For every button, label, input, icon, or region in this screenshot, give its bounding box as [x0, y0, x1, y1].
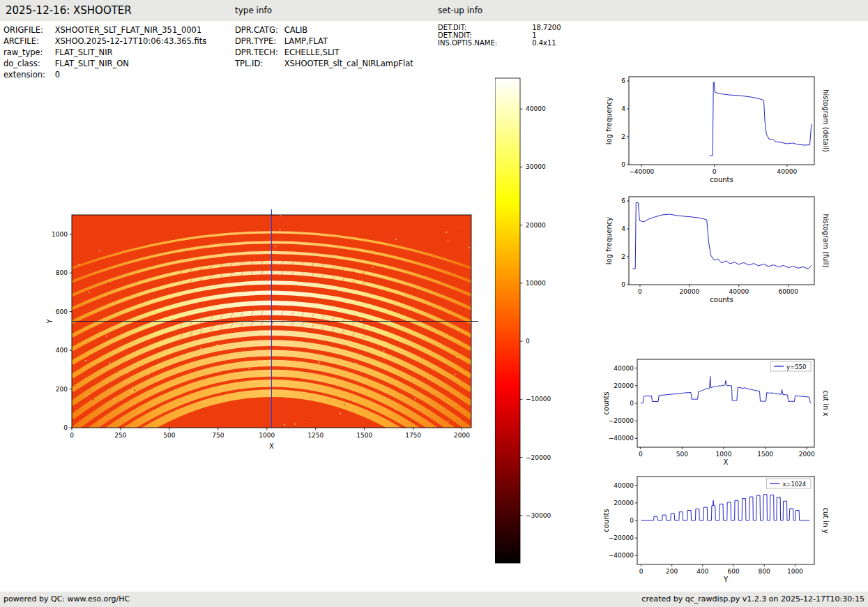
meta-value: 0.4x11 — [532, 39, 556, 47]
svg-text:counts: counts — [710, 296, 733, 304]
meta-row: TPL.ID: XSHOOTER_slt_cal_NIRLampFlat — [235, 59, 413, 70]
svg-text:−20000: −20000 — [526, 454, 551, 461]
cut-in-x-chart: 0500100015002000−40000−2000002000040000X… — [601, 352, 832, 477]
svg-text:40000: 40000 — [526, 105, 546, 112]
svg-text:log frequency: log frequency — [605, 217, 613, 265]
meta-label: TPL.ID: — [235, 59, 282, 68]
footer-right: created by qc_rawdisp.py v1.2.3 on 2025-… — [641, 592, 865, 607]
histogram-detail-chart: −400000400000246countslog frequencyhisto… — [601, 70, 832, 194]
setup-info-block: DET.DIT: 18.7200 DET.NDIT: 1 INS.OPTI5.N… — [438, 24, 561, 47]
meta-value: 18.7200 — [532, 24, 561, 31]
meta-label: DPR.CATG: — [235, 25, 282, 35]
svg-text:800: 800 — [759, 568, 770, 575]
svg-text:20000: 20000 — [680, 288, 700, 295]
footer-bar: powered by QC: www.eso.org/HC created by… — [0, 592, 868, 607]
svg-text:40000: 40000 — [614, 482, 634, 489]
svg-text:4: 4 — [621, 225, 625, 232]
meta-label: INS.OPTI5.NAME: — [438, 39, 530, 47]
svg-text:Y: Y — [46, 319, 54, 324]
meta-row: extension: 0 — [3, 70, 206, 81]
svg-text:2000: 2000 — [799, 451, 815, 458]
svg-text:4: 4 — [621, 105, 625, 112]
svg-text:0: 0 — [621, 281, 625, 288]
meta-label: raw_type: — [3, 47, 52, 57]
meta-row: DPR.TECH: ECHELLE,SLIT — [235, 47, 413, 59]
svg-text:−10000: −10000 — [526, 396, 551, 403]
meta-label: ARCFILE: — [3, 36, 52, 46]
svg-text:−40000: −40000 — [609, 552, 634, 559]
svg-text:1000: 1000 — [787, 568, 803, 575]
meta-label: extension: — [3, 70, 52, 80]
svg-text:800: 800 — [56, 269, 68, 276]
histogram-full-chart: 02000040000600000246countslog frequencyh… — [601, 190, 832, 314]
svg-text:20000: 20000 — [614, 500, 634, 507]
svg-text:600: 600 — [56, 308, 68, 315]
qc-report-page: 2025-12-16: XSHOOTER type info set-up in… — [0, 0, 868, 607]
svg-text:0: 0 — [638, 288, 642, 295]
meta-value: 0 — [55, 70, 60, 80]
svg-text:Y: Y — [723, 576, 729, 583]
svg-text:1500: 1500 — [356, 432, 372, 439]
svg-text:1500: 1500 — [757, 451, 773, 458]
cut-in-y-chart: 02004006008001000−40000−2000002000040000… — [601, 470, 832, 592]
svg-text:−20000: −20000 — [609, 534, 634, 541]
file-info-block: ORIGFILE: XSHOOTER_SLT_FLAT_NIR_351_0001… — [3, 25, 206, 81]
svg-text:200: 200 — [56, 386, 68, 393]
meta-row: DPR.CATG: CALIB — [235, 25, 413, 36]
svg-text:40000: 40000 — [614, 365, 634, 372]
svg-text:6: 6 — [621, 77, 625, 84]
meta-row: DPR.TYPE: LAMP,FLAT — [235, 36, 413, 47]
svg-text:counts: counts — [602, 509, 610, 532]
meta-value: XSHOO.2025-12-17T10:06:43.365.fits — [55, 36, 207, 46]
svg-text:1000: 1000 — [716, 451, 732, 458]
svg-text:750: 750 — [212, 432, 224, 439]
svg-text:20000: 20000 — [526, 222, 546, 229]
svg-text:6: 6 — [621, 197, 625, 204]
svg-text:60000: 60000 — [778, 288, 798, 295]
meta-label: DPR.TECH: — [235, 47, 282, 57]
svg-text:−20000: −20000 — [609, 417, 634, 424]
svg-text:log frequency: log frequency — [605, 97, 613, 145]
svg-text:10000: 10000 — [526, 280, 546, 287]
meta-row: DET.DIT: 18.7200 — [438, 24, 561, 31]
svg-text:X: X — [269, 442, 274, 450]
svg-text:0: 0 — [639, 451, 643, 458]
meta-label: DET.DIT: — [438, 24, 530, 31]
svg-text:0: 0 — [713, 168, 717, 175]
meta-value: 1 — [532, 31, 536, 39]
meta-value: XSHOOTER_SLT_FLAT_NIR_351_0001 — [55, 25, 202, 35]
meta-label: DET.NDIT: — [438, 31, 530, 39]
type-info-heading: type info — [235, 0, 272, 21]
svg-text:−30000: −30000 — [526, 512, 551, 519]
svg-text:2: 2 — [621, 253, 625, 260]
svg-text:1000: 1000 — [259, 432, 275, 439]
svg-text:counts: counts — [710, 176, 733, 183]
svg-text:500: 500 — [676, 451, 688, 458]
svg-text:1750: 1750 — [405, 432, 421, 439]
page-title: 2025-12-16: XSHOOTER — [6, 0, 132, 21]
svg-text:400: 400 — [696, 568, 708, 575]
svg-text:cut in x: cut in x — [822, 390, 830, 416]
detector-image-chart: 0250500750100012501500175020000200400600… — [40, 206, 487, 465]
svg-text:0: 0 — [630, 400, 634, 407]
svg-text:0: 0 — [526, 338, 530, 345]
svg-text:0: 0 — [621, 161, 625, 168]
svg-text:x=1024: x=1024 — [782, 481, 806, 488]
meta-row: DET.NDIT: 1 — [438, 31, 561, 39]
setup-info-heading: set-up info — [438, 0, 482, 21]
meta-row: do_class: FLAT_SLIT_NIR_ON — [3, 59, 206, 70]
svg-text:400: 400 — [56, 347, 68, 354]
svg-text:500: 500 — [163, 432, 175, 439]
svg-text:20000: 20000 — [614, 382, 634, 389]
meta-row: INS.OPTI5.NAME: 0.4x11 — [438, 39, 561, 47]
meta-row: raw_type: FLAT_SLIT_NIR — [3, 47, 206, 59]
type-info-block: DPR.CATG: CALIB DPR.TYPE: LAMP,FLAT DPR.… — [235, 25, 413, 70]
svg-text:2000: 2000 — [454, 432, 470, 439]
svg-text:X: X — [724, 458, 729, 466]
svg-text:600: 600 — [727, 568, 739, 575]
svg-text:2: 2 — [621, 133, 625, 140]
svg-text:0: 0 — [63, 424, 68, 431]
svg-text:counts: counts — [602, 391, 610, 414]
svg-text:40000: 40000 — [729, 288, 749, 295]
meta-value: FLAT_SLIT_NIR_ON — [55, 59, 129, 68]
